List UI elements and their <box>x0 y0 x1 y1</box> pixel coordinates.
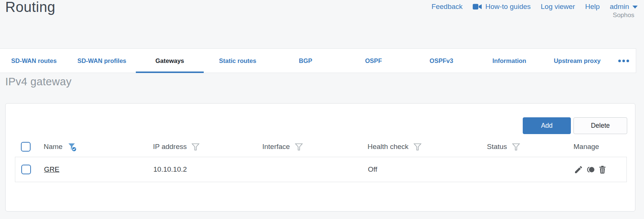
health-check-cell: Off <box>368 165 487 174</box>
filter-active-icon[interactable] <box>67 142 77 152</box>
gateway-table-card: Add Delete Name IP address Int <box>5 103 635 212</box>
howto-guides-link[interactable]: How-to guides <box>473 3 531 11</box>
select-all-checkbox[interactable] <box>21 142 31 152</box>
ellipsis-icon <box>618 60 621 62</box>
clone-icon[interactable] <box>585 165 595 174</box>
tab-gateways[interactable]: Gateways <box>136 49 204 73</box>
feedback-link[interactable]: Feedback <box>431 3 462 11</box>
add-button[interactable]: Add <box>523 117 571 134</box>
page-title: Routing <box>5 0 55 15</box>
column-header-interface: Interface <box>262 143 290 151</box>
row-checkbox[interactable] <box>21 165 31 174</box>
column-header-status: Status <box>487 143 507 151</box>
help-link[interactable]: Help <box>585 3 600 11</box>
tab-ospfv3[interactable]: OSPFv3 <box>407 49 475 73</box>
filter-icon[interactable] <box>512 142 520 152</box>
edit-pencil-icon[interactable] <box>574 165 583 174</box>
tab-ospf[interactable]: OSPF <box>340 49 407 73</box>
header-nav: Feedback How-to guides Log viewer Help a… <box>431 3 638 11</box>
table-row: GRE 10.10.10.2 Off <box>15 157 627 182</box>
video-camera-icon <box>473 3 482 10</box>
table-header-row: Name IP address Interface <box>15 137 627 157</box>
manage-cell <box>574 165 626 174</box>
table-toolbar: Add Delete <box>523 117 627 134</box>
user-menu[interactable]: admin <box>610 3 638 11</box>
tab-sdwan-routes[interactable]: SD-WAN routes <box>0 49 68 73</box>
ip-address-cell: 10.10.10.2 <box>153 165 263 174</box>
gateway-name-link[interactable]: GRE <box>44 165 59 173</box>
delete-button[interactable]: Delete <box>573 117 627 134</box>
tab-bgp[interactable]: BGP <box>272 49 340 73</box>
column-header-name: Name <box>44 143 63 151</box>
filter-icon[interactable] <box>413 142 422 152</box>
section-title: IPv4 gateway <box>5 76 72 88</box>
more-tabs-button[interactable] <box>611 49 636 73</box>
tab-upstream-proxy[interactable]: Upstream proxy <box>543 49 611 73</box>
tab-static-routes[interactable]: Static routes <box>204 49 272 73</box>
chevron-down-icon <box>632 6 638 9</box>
log-viewer-link[interactable]: Log viewer <box>541 3 575 11</box>
column-header-manage: Manage <box>573 143 599 151</box>
tab-bar: SD-WAN routes SD-WAN profiles Gateways S… <box>0 48 636 73</box>
tab-sdwan-profiles[interactable]: SD-WAN profiles <box>68 49 136 73</box>
tab-information[interactable]: Information <box>475 49 543 73</box>
column-header-health-check: Health check <box>368 143 409 151</box>
trash-icon[interactable] <box>598 165 607 174</box>
brand-label: Sophos <box>613 12 634 19</box>
filter-icon[interactable] <box>191 142 200 152</box>
filter-icon[interactable] <box>294 142 303 152</box>
column-header-ip-address: IP address <box>153 143 187 151</box>
